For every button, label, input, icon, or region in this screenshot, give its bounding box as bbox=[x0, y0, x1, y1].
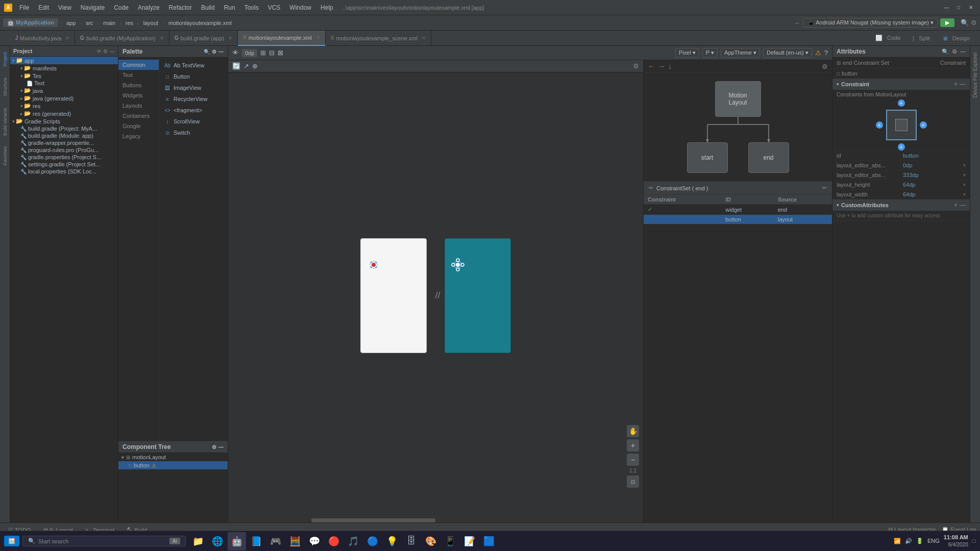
start-button[interactable]: 🪟 bbox=[4, 536, 19, 546]
tab-close-build-app[interactable]: ✕ bbox=[228, 35, 232, 41]
taskbar-icon-chrome[interactable]: 🔵 bbox=[363, 532, 382, 550]
menu-code[interactable]: Code bbox=[110, 3, 133, 12]
tab-build-gradle-project[interactable]: G build.gradle (MyApplication) ✕ bbox=[75, 31, 169, 46]
build-variants-tab[interactable]: Build Variants bbox=[2, 104, 9, 140]
attr-custom-header[interactable]: ▾ CustomAttributes + — bbox=[832, 199, 970, 211]
taskbar-show-desktop[interactable]: □ bbox=[972, 537, 976, 544]
split-view-button[interactable]: | Split bbox=[910, 34, 936, 42]
cs-row-button[interactable]: button layout bbox=[644, 215, 832, 224]
taskbar-icon-db[interactable]: 🗄 bbox=[402, 532, 421, 550]
taskbar-icon-phone[interactable]: 📱 bbox=[441, 532, 459, 550]
pan-icon[interactable]: 🔄 bbox=[232, 62, 240, 70]
palette-cat-widgets[interactable]: Widgets bbox=[118, 90, 159, 101]
structure-tab[interactable]: Structure bbox=[2, 73, 9, 101]
minimize-button[interactable]: — bbox=[941, 4, 951, 11]
palette-widget-textview[interactable]: Ab Ab TextView bbox=[161, 60, 226, 71]
taskbar-icon-idea[interactable]: 💡 bbox=[383, 532, 401, 550]
settings-panel-icon[interactable]: ⚙ bbox=[103, 48, 108, 54]
project-badge[interactable]: 🤖 MyApplication bbox=[3, 18, 58, 27]
ct-minimize-icon[interactable]: — bbox=[218, 444, 224, 450]
palette-widget-button[interactable]: □ Button bbox=[161, 71, 226, 82]
menu-file[interactable]: File bbox=[15, 3, 33, 12]
taskbar-icon-files[interactable]: 📁 bbox=[189, 532, 207, 550]
settings-icon[interactable]: ⚙ bbox=[971, 19, 977, 27]
ct-item-motionlayout[interactable]: ▾ ⊞ motionLayout bbox=[118, 453, 228, 461]
add-custom-attr-button[interactable]: + bbox=[954, 202, 958, 209]
taskbar-icon-word[interactable]: 📘 bbox=[247, 532, 265, 550]
path-app[interactable]: app bbox=[64, 19, 78, 27]
palette-cat-common[interactable]: Common bbox=[118, 60, 159, 70]
canvas-zoom-level[interactable]: 0dp bbox=[242, 49, 257, 57]
cs-edit-button[interactable]: ✏ bbox=[822, 185, 827, 191]
device-selector[interactable]: 📱 Android ARM Nougat (Missing system ima… bbox=[803, 18, 938, 28]
attr-dropdown-0[interactable]: ▾ bbox=[963, 163, 966, 168]
menu-tools[interactable]: Tools bbox=[240, 3, 263, 12]
path-layout[interactable]: layout bbox=[141, 19, 160, 27]
pixel-selector[interactable]: Pixel ▾ bbox=[675, 48, 699, 58]
menu-navigate[interactable]: Navigate bbox=[77, 3, 109, 12]
favorites-tab[interactable]: Favorites bbox=[2, 142, 9, 169]
taskbar-icon-android[interactable]: 🤖 bbox=[228, 532, 246, 550]
select-icon[interactable]: ↗ bbox=[243, 62, 249, 70]
taskbar-icon-steam[interactable]: 🎮 bbox=[266, 532, 285, 550]
palette-widget-scrollview[interactable]: ↕ ScrollView bbox=[161, 116, 226, 127]
palette-cat-google[interactable]: Google bbox=[118, 121, 159, 131]
tab-close-scene[interactable]: ✕ bbox=[422, 35, 426, 41]
tree-item-local-properties[interactable]: 🔧 local.properties (SDK Loc... bbox=[10, 168, 118, 175]
back-button[interactable]: ← bbox=[794, 19, 801, 27]
hand-tool-button[interactable]: ✋ bbox=[627, 425, 639, 437]
tab-build-gradle-app[interactable]: G build.gradle (app) ✕ bbox=[169, 31, 238, 46]
remove-constraint-button[interactable]: — bbox=[960, 81, 966, 88]
remove-custom-attr-button[interactable]: — bbox=[960, 202, 966, 209]
tree-item-java[interactable]: ▾ 📂 java bbox=[10, 87, 118, 94]
tree-item-build-gradle-project[interactable]: 🔧 build.gradle (Project: MyA... bbox=[10, 125, 118, 132]
canvas-center-h-icon[interactable]: ⊟ bbox=[269, 49, 275, 57]
add-constraint-button[interactable]: + bbox=[954, 81, 958, 88]
palette-widget-imageview[interactable]: 🖼 ImageView bbox=[161, 82, 226, 93]
motion-layout-node[interactable]: Motion Layout bbox=[715, 81, 761, 117]
path-src[interactable]: src bbox=[84, 19, 95, 27]
path-res[interactable]: res bbox=[124, 19, 135, 27]
tab-close-mainactivity[interactable]: ✕ bbox=[65, 35, 69, 41]
palette-cat-buttons[interactable]: Buttons bbox=[118, 80, 159, 90]
menu-view[interactable]: View bbox=[54, 3, 76, 12]
tree-item-res-generated[interactable]: ▸ 📂 res (generated) bbox=[10, 110, 118, 117]
taskbar-battery-icon[interactable]: 🔋 bbox=[916, 538, 923, 544]
attr-search-icon[interactable]: 🔍 bbox=[942, 48, 949, 55]
tab-motionlayout-xml[interactable]: X motionlayoutexample.xml ✕ bbox=[238, 31, 326, 46]
attr-settings-icon[interactable]: ⚙ bbox=[952, 48, 957, 55]
device-file-explorer-tab[interactable]: Device File Explorer bbox=[971, 48, 979, 102]
zoom-out-button[interactable]: − bbox=[627, 454, 639, 466]
api-selector[interactable]: P ▾ bbox=[702, 48, 718, 58]
window-controls[interactable]: — □ ✕ bbox=[941, 4, 976, 11]
collapse-icon[interactable]: — bbox=[110, 48, 115, 54]
tree-item-gradle-wrapper[interactable]: 🔧 gradle-wrapper.propertie... bbox=[10, 139, 118, 146]
tree-item-text[interactable]: 📄 Text bbox=[10, 80, 118, 87]
tree-item-settings-gradle[interactable]: 🔧 settings.gradle (Project Set... bbox=[10, 161, 118, 168]
taskbar-icon-red[interactable]: 🔴 bbox=[325, 532, 343, 550]
palette-cat-containers[interactable]: Containers bbox=[118, 111, 159, 121]
project-tab[interactable]: Project bbox=[2, 48, 9, 70]
palette-cat-legacy[interactable]: Legacy bbox=[118, 131, 159, 141]
code-view-button[interactable]: ⬜ Code bbox=[872, 34, 906, 42]
menu-build[interactable]: Build bbox=[197, 3, 219, 12]
tab-close-build-project[interactable]: ✕ bbox=[160, 35, 164, 41]
tree-item-java-generated[interactable]: ▸ 📂 java (generated) bbox=[10, 94, 118, 102]
start-state-node[interactable]: start bbox=[687, 142, 728, 173]
motion-arrow-right-icon[interactable]: → bbox=[658, 62, 665, 70]
cs-row-widget[interactable]: ✓ widget end bbox=[644, 205, 832, 215]
motion-arrow-left-icon[interactable]: ← bbox=[648, 62, 655, 70]
ct-item-button[interactable]: □ button ⚠ bbox=[118, 461, 228, 469]
canvas-eye-icon[interactable]: 👁 bbox=[232, 49, 239, 57]
menu-bar[interactable]: File Edit View Navigate Code Analyze Ref… bbox=[15, 3, 337, 12]
canvas-settings-icon[interactable]: ⚙ bbox=[633, 62, 639, 70]
tab-close-motionlayout[interactable]: ✕ bbox=[316, 35, 320, 40]
fit-button[interactable]: ⊡ bbox=[627, 475, 639, 488]
taskbar-volume-icon[interactable]: 🔊 bbox=[905, 538, 912, 544]
palette-minimize-icon[interactable]: — bbox=[218, 49, 224, 55]
phone-frame-end[interactable] bbox=[445, 238, 511, 353]
menu-vcs[interactable]: VCS bbox=[264, 3, 285, 12]
palette-widget-fragment[interactable]: <> <fragment> bbox=[161, 105, 226, 116]
tree-item-proguard[interactable]: 🔧 proguard-rules.pro (ProGu... bbox=[10, 146, 118, 154]
attr-dropdown-3[interactable]: ▾ bbox=[963, 192, 966, 197]
